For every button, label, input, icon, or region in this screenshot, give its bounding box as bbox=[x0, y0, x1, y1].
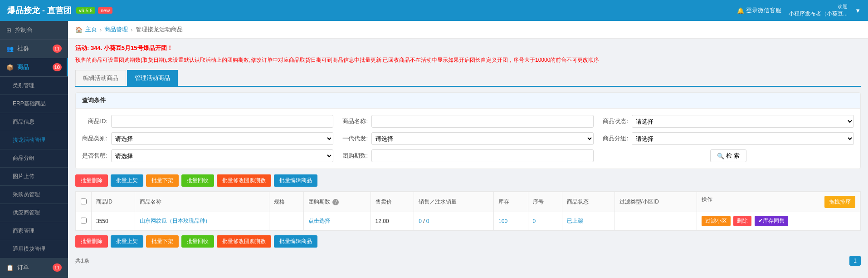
row-goods-id: 3550 bbox=[92, 212, 135, 230]
dropdown-icon[interactable]: ▼ bbox=[855, 7, 861, 14]
sidebar-sub-label-category: 类别管理 bbox=[13, 82, 34, 89]
sidebar-label-community: 社群 bbox=[17, 45, 29, 53]
search-panel: 查询条件 商品ID: 商品名称: 商品状态: 请选择 bbox=[75, 92, 861, 169]
form-row-period: 团购期数: bbox=[342, 149, 594, 162]
btn-batch-up-top[interactable]: 批量上架 bbox=[111, 174, 143, 187]
sidebar-item-merchant[interactable]: 商家管理 bbox=[0, 222, 68, 240]
btn-batch-down-top[interactable]: 批量下架 bbox=[146, 174, 179, 187]
breadcrumb-parent[interactable]: 商品管理 bbox=[104, 25, 128, 34]
select-proxy[interactable]: 请选择 bbox=[371, 132, 594, 145]
username: 小程序发布者（小葵豆... bbox=[789, 10, 848, 18]
row-period: 点击选择 bbox=[303, 212, 371, 230]
sidebar-item-purchaser[interactable]: 采购员管理 bbox=[0, 186, 68, 204]
sidebar-item-category[interactable]: 类别管理 bbox=[0, 77, 68, 95]
th-period: 团购期数 ? bbox=[303, 192, 371, 212]
new-badge: new bbox=[98, 7, 112, 14]
sidebar-item-activity-mgmt[interactable]: 接龙活动管理 bbox=[0, 131, 68, 149]
stock-link[interactable]: 100 bbox=[498, 218, 507, 224]
sidebar-sub-label-activity: 接龙活动管理 bbox=[13, 136, 45, 144]
sidebar-item-module-mgmt[interactable]: 通用模块管理 bbox=[0, 240, 68, 258]
select-all-checkbox[interactable] bbox=[81, 199, 87, 204]
sidebar: ⊞ 控制台 👥 社群 11 📦 商品 10 类别管理 ERP基础商品 商品信息 bbox=[0, 21, 68, 278]
sidebar-item-community[interactable]: 👥 社群 11 bbox=[0, 40, 68, 58]
sidebar-item-image-upload[interactable]: 图片上传 bbox=[0, 168, 68, 186]
th-seq: 序号 bbox=[528, 192, 562, 212]
th-sales: 销售／注水销量 bbox=[414, 192, 494, 212]
label-goods-status: 商品状态: bbox=[603, 117, 628, 125]
row-status: 已上架 bbox=[562, 212, 614, 230]
btn-batch-period-top[interactable]: 批量修改团购期数 bbox=[217, 174, 271, 187]
active-indicator bbox=[67, 58, 68, 76]
user-info[interactable]: 欢迎 小程序发布者（小葵豆... bbox=[789, 3, 848, 18]
sidebar-item-goods-group[interactable]: 商品分组 bbox=[0, 149, 68, 168]
sidebar-item-console[interactable]: ⊞ 控制台 bbox=[0, 21, 68, 40]
row-checkbox[interactable] bbox=[81, 218, 87, 223]
page-body: 活动: 344. 小葵豆5月15号爆品开团！ 预售的商品可设置团购期数(取货日期… bbox=[68, 39, 868, 275]
sidebar-sub-label-erp: ERP基础商品 bbox=[13, 100, 46, 108]
tab-edit[interactable]: 编辑活动商品 bbox=[75, 70, 126, 86]
op-btn-delete[interactable]: 删除 bbox=[733, 216, 751, 226]
th-ops: 操作 拖拽排序 bbox=[697, 192, 860, 212]
select-goods-status[interactable]: 请选择 bbox=[632, 115, 854, 128]
notification-button[interactable]: 🔔 登录微信客服 bbox=[737, 6, 781, 15]
label-soldout: 是否售罄: bbox=[82, 152, 107, 160]
th-stock: 库存 bbox=[494, 192, 528, 212]
sales-link[interactable]: 0 bbox=[419, 218, 422, 224]
row-seq: 0 bbox=[528, 212, 562, 230]
sidebar-item-supplier[interactable]: 供应商管理 bbox=[0, 204, 68, 222]
btn-batch-recycle-top[interactable]: 批量回收 bbox=[181, 174, 214, 187]
op-btn-filter[interactable]: 过滤小区 bbox=[702, 216, 731, 226]
search-button[interactable]: 🔍 检 索 bbox=[710, 149, 746, 162]
select-group[interactable]: 请选择 bbox=[632, 132, 854, 145]
breadcrumb-home[interactable]: 主页 bbox=[85, 25, 97, 34]
status-label[interactable]: 已上架 bbox=[567, 218, 583, 224]
search-form: 商品ID: 商品名称: 商品状态: 请选择 bbox=[76, 109, 860, 169]
top-header: 爆品接龙 - 直营团 v6.5.6 new 🔔 登录微信客服 欢迎 小程序发布者… bbox=[0, 0, 868, 21]
help-icon[interactable]: ? bbox=[332, 199, 339, 205]
btn-batch-period-bottom[interactable]: 批量修改团购期数 bbox=[217, 235, 271, 248]
breadcrumb-sep1: › bbox=[100, 26, 102, 33]
label-period: 团购期数: bbox=[342, 152, 368, 160]
sidebar-label-console: 控制台 bbox=[15, 26, 33, 34]
btn-batch-edit-bottom[interactable]: 批量编辑商品 bbox=[274, 235, 317, 248]
input-goods-name[interactable] bbox=[371, 115, 594, 128]
welcome-text: 欢迎 bbox=[789, 3, 848, 10]
sort-button[interactable]: 拖拽排序 bbox=[824, 196, 855, 208]
community-badge: 11 bbox=[53, 45, 62, 53]
home-icon: 🏠 bbox=[75, 26, 83, 33]
btn-batch-edit-top[interactable]: 批量编辑商品 bbox=[274, 174, 317, 187]
seq-link[interactable]: 0 bbox=[533, 218, 536, 224]
sidebar-item-order[interactable]: 📋 订单 11 bbox=[0, 258, 68, 277]
select-soldout[interactable]: 请选择 bbox=[111, 149, 333, 162]
page-btn-1[interactable]: 1 bbox=[849, 256, 861, 266]
water-sales-link[interactable]: 0 bbox=[426, 218, 429, 224]
btn-batch-delete-bottom[interactable]: 批量删除 bbox=[75, 235, 108, 248]
th-ops-label: 操作 bbox=[702, 196, 712, 203]
form-row-goods-id: 商品ID: bbox=[82, 115, 333, 128]
input-goods-id[interactable] bbox=[111, 115, 333, 128]
period-select-link[interactable]: 点击选择 bbox=[308, 218, 330, 224]
sidebar-sub-label-module: 通用模块管理 bbox=[13, 245, 45, 253]
activity-notice-text: 活动: 344. 小葵豆5月15号爆品开团！ bbox=[75, 45, 173, 51]
tab-manage[interactable]: 管理活动商品 bbox=[127, 70, 178, 86]
btn-batch-delete-top[interactable]: 批量删除 bbox=[75, 174, 108, 187]
btn-batch-recycle-bottom[interactable]: 批量回收 bbox=[181, 235, 214, 248]
sidebar-item-goods-info[interactable]: 商品信息 bbox=[0, 113, 68, 131]
select-category[interactable]: 请选择 bbox=[111, 132, 333, 145]
sidebar-sub-label-group: 商品分组 bbox=[13, 154, 34, 162]
form-row-soldout: 是否售罄: 请选择 bbox=[82, 149, 333, 162]
sidebar-item-goods[interactable]: 📦 商品 10 bbox=[0, 58, 68, 77]
sidebar-item-erp[interactable]: ERP基础商品 bbox=[0, 95, 68, 113]
app-title: 爆品接龙 - 直营团 bbox=[7, 5, 72, 16]
th-period-label: 团购期数 bbox=[308, 199, 330, 205]
row-checkbox-cell bbox=[76, 212, 92, 230]
table-container: 商品ID 商品名称 规格 团购期数 ? 售卖价 销售／注水销量 库存 序号 商品 bbox=[75, 191, 861, 231]
notification-label: 登录微信客服 bbox=[746, 6, 781, 15]
op-btn-stock-sync[interactable]: ✔库存同售 bbox=[755, 216, 788, 226]
bell-icon: 🔔 bbox=[737, 7, 744, 14]
input-period[interactable] bbox=[371, 149, 594, 162]
label-goods-name: 商品名称: bbox=[342, 117, 368, 125]
btn-batch-down-bottom[interactable]: 批量下架 bbox=[146, 235, 179, 248]
btn-batch-up-bottom[interactable]: 批量上架 bbox=[111, 235, 143, 248]
goods-name-link[interactable]: 山东网纹瓜（日本玫瑰品种） bbox=[140, 218, 210, 224]
